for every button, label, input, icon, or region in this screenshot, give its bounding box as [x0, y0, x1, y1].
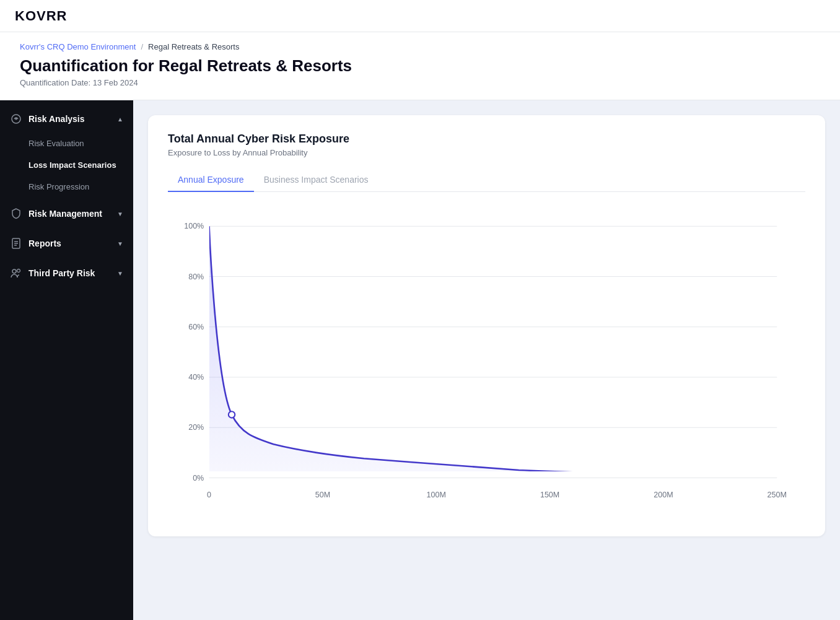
chart-svg: 100% 80% 60% 40% 20% 0% [168, 207, 805, 517]
sidebar-item-risk-analysis[interactable]: Risk Analysis ▲ [0, 105, 133, 133]
y-label-60: 60% [188, 323, 204, 331]
logo: KOVRR [15, 8, 67, 24]
chart-data-point [229, 411, 235, 417]
sidebar-item-risk-evaluation[interactable]: Risk Evaluation [0, 133, 133, 154]
svg-point-1 [15, 118, 17, 120]
sidebar-item-reports[interactable]: Reports ▼ [0, 230, 133, 257]
sidebar-item-risk-management[interactable]: Risk Management ▼ [0, 200, 133, 227]
page-subtitle: Quantification Date: 13 Feb 2024 [20, 78, 820, 87]
page-title-area: Kovrr's CRQ Demo Environment / Regal Ret… [0, 32, 840, 100]
y-label-80: 80% [188, 273, 204, 281]
sidebar-label-risk-management: Risk Management [28, 209, 102, 219]
x-label-0: 0 [207, 491, 211, 499]
main-layout: Risk Analysis ▲ Risk Evaluation Loss Imp… [0, 100, 840, 620]
svg-rect-8 [209, 220, 777, 471]
chart-curve-line [209, 226, 777, 477]
chart-card: Total Annual Cyber Risk Exposure Exposur… [148, 115, 825, 536]
content-area: Total Annual Cyber Risk Exposure Exposur… [133, 100, 840, 620]
x-label-50m: 50M [315, 491, 330, 499]
sidebar-label-third-party-risk: Third Party Risk [28, 268, 95, 278]
sidebar-section-reports: Reports ▼ [0, 230, 133, 257]
y-label-40: 40% [188, 373, 204, 382]
breadcrumb-separator: / [141, 42, 143, 51]
x-label-200m: 200M [654, 491, 673, 499]
chart-container: 100% 80% 60% 40% 20% 0% [168, 207, 805, 517]
breadcrumb-current: Regal Retreats & Resorts [148, 42, 239, 51]
sidebar-section-risk-management: Risk Management ▼ [0, 200, 133, 227]
y-label-100: 100% [184, 222, 204, 230]
chevron-down-icon: ▼ [117, 211, 123, 217]
chart-icon [10, 113, 22, 125]
chevron-up-icon: ▲ [117, 116, 123, 123]
sidebar-item-risk-progression[interactable]: Risk Progression [0, 176, 133, 198]
chart-tabs: Annual Exposure Business Impact Scenario… [168, 170, 805, 192]
svg-point-7 [17, 269, 20, 273]
sidebar-label-reports: Reports [28, 238, 61, 248]
svg-point-6 [12, 269, 16, 273]
report-icon [10, 237, 22, 250]
x-label-250m: 250M [768, 491, 787, 499]
sidebar-label-risk-analysis: Risk Analysis [28, 114, 85, 124]
y-label-0: 0% [193, 474, 204, 482]
sidebar: Risk Analysis ▲ Risk Evaluation Loss Imp… [0, 100, 133, 620]
chevron-down-icon-tpr: ▼ [117, 270, 123, 277]
breadcrumb-link[interactable]: Kovrr's CRQ Demo Environment [20, 42, 136, 51]
tab-business-impact-scenarios[interactable]: Business Impact Scenarios [254, 170, 378, 192]
y-label-20: 20% [188, 423, 204, 432]
top-header: KOVRR [0, 0, 840, 32]
breadcrumb: Kovrr's CRQ Demo Environment / Regal Ret… [20, 42, 820, 51]
x-label-150m: 150M [540, 491, 559, 499]
chart-area-fill [209, 226, 777, 478]
chart-title: Total Annual Cyber Risk Exposure [168, 133, 805, 146]
page-title: Quantification for Regal Retreats & Reso… [20, 56, 820, 76]
chevron-down-icon-reports: ▼ [117, 240, 123, 247]
sidebar-section-risk-analysis: Risk Analysis ▲ Risk Evaluation Loss Imp… [0, 105, 133, 198]
sidebar-item-third-party-risk[interactable]: Third Party Risk ▼ [0, 260, 133, 287]
sidebar-item-loss-impact-scenarios[interactable]: Loss Impact Scenarios [0, 154, 133, 176]
sidebar-section-third-party-risk: Third Party Risk ▼ [0, 260, 133, 287]
x-label-100m: 100M [427, 491, 446, 499]
tab-annual-exposure[interactable]: Annual Exposure [168, 170, 254, 192]
people-icon [10, 267, 22, 279]
chart-subtitle: Exposure to Loss by Annual Probability [168, 148, 805, 157]
shield-icon [10, 207, 22, 220]
